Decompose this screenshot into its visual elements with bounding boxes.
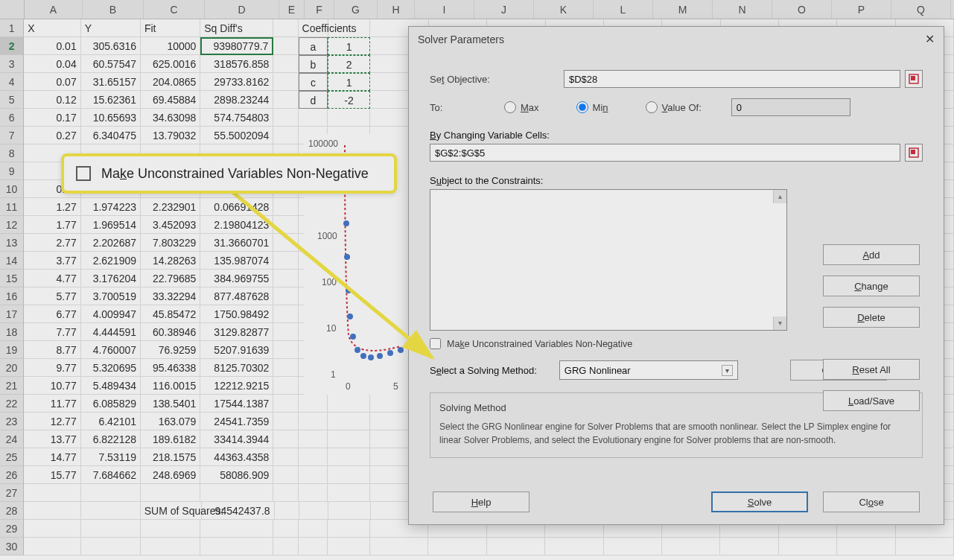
cell[interactable]: 13.77 xyxy=(24,430,80,448)
coef-value[interactable]: -2 xyxy=(328,91,370,109)
cell[interactable] xyxy=(273,19,298,37)
delete-button[interactable]: Delete xyxy=(823,307,920,328)
cell[interactable]: 5.489434 xyxy=(81,377,141,395)
row-header[interactable]: 7 xyxy=(0,127,24,144)
cell[interactable] xyxy=(273,216,298,234)
row-header[interactable]: 24 xyxy=(0,430,24,448)
row-header[interactable]: 29 xyxy=(0,520,24,538)
cell[interactable]: 33.32294 xyxy=(141,287,200,305)
radio-max[interactable]: Max xyxy=(504,101,539,113)
scroll-up-icon[interactable]: ▴ xyxy=(773,190,786,203)
row-header[interactable]: 8 xyxy=(0,144,24,162)
cell[interactable] xyxy=(273,305,298,323)
cell[interactable]: 218.1575 xyxy=(141,448,200,466)
cell[interactable] xyxy=(299,520,328,538)
cell[interactable]: 1.77 xyxy=(24,216,80,234)
col-header-I[interactable]: I xyxy=(415,0,474,19)
row-header[interactable]: 11 xyxy=(0,198,24,216)
cell[interactable]: 7.53119 xyxy=(81,448,141,466)
cell[interactable]: 0.17 xyxy=(24,109,80,127)
cell[interactable] xyxy=(81,538,141,556)
col-header-N[interactable]: N xyxy=(713,0,772,19)
coef-key[interactable]: b xyxy=(299,55,328,73)
row-header[interactable]: 27 xyxy=(0,484,24,502)
checkbox-icon[interactable] xyxy=(430,338,441,349)
cell[interactable]: 10000 xyxy=(141,37,200,55)
row-header[interactable]: 18 xyxy=(0,323,24,341)
value-of-input[interactable] xyxy=(731,98,850,116)
cell[interactable] xyxy=(273,270,298,287)
cell[interactable]: 60.57547 xyxy=(81,55,141,73)
cell[interactable] xyxy=(273,287,298,305)
row-header[interactable]: 14 xyxy=(0,252,24,270)
cell[interactable]: 7.77 xyxy=(24,323,80,341)
cell[interactable]: 2.77 xyxy=(24,234,80,252)
cell[interactable]: 29733.8162 xyxy=(200,73,273,91)
cell[interactable] xyxy=(299,395,328,413)
cell[interactable]: 8125.70302 xyxy=(200,359,273,377)
cell[interactable] xyxy=(299,413,328,430)
cell[interactable] xyxy=(328,448,370,466)
coef-key[interactable]: a xyxy=(299,37,328,55)
cell[interactable]: 0.27 xyxy=(24,127,80,144)
cell[interactable]: 31.3660701 xyxy=(200,234,273,252)
cell[interactable]: 1.974223 xyxy=(81,198,141,216)
add-button[interactable]: Add xyxy=(823,244,920,265)
cell[interactable] xyxy=(328,466,370,484)
cell[interactable]: 11.77 xyxy=(24,395,80,413)
row-header[interactable]: 4 xyxy=(0,73,24,91)
col-header-B[interactable]: B xyxy=(83,0,144,19)
cell[interactable]: 14.77 xyxy=(24,448,80,466)
row-header[interactable]: 10 xyxy=(0,180,24,198)
sum-label[interactable]: SUM of Squares: xyxy=(141,502,202,520)
change-button[interactable]: Change xyxy=(823,276,920,296)
cell[interactable]: 13.79032 xyxy=(141,127,200,144)
row-header[interactable]: 16 xyxy=(0,287,24,305)
col-header-K[interactable]: K xyxy=(534,0,594,19)
col-header-F[interactable]: F xyxy=(305,0,334,19)
row-header[interactable]: 21 xyxy=(0,377,24,395)
col-header-L[interactable]: L xyxy=(594,0,653,19)
cell[interactable]: 204.0865 xyxy=(141,73,200,91)
cell[interactable] xyxy=(81,484,141,502)
cell[interactable]: 34.63098 xyxy=(141,109,200,127)
cell[interactable]: 10.77 xyxy=(24,377,80,395)
cell[interactable] xyxy=(24,502,80,520)
cell[interactable]: 95.46338 xyxy=(141,359,200,377)
col-header-H[interactable]: H xyxy=(378,0,415,19)
cell[interactable] xyxy=(24,538,80,556)
cell[interactable]: 3.452093 xyxy=(141,216,200,234)
table-header[interactable]: Fit xyxy=(141,19,200,37)
cell[interactable]: 1.27 xyxy=(24,198,80,216)
col-header-E[interactable]: E xyxy=(279,0,305,19)
cell[interactable] xyxy=(720,538,778,556)
cell[interactable] xyxy=(273,37,298,55)
table-header[interactable]: X xyxy=(24,19,80,37)
cell[interactable] xyxy=(273,359,298,377)
reset-all-button[interactable]: Reset All xyxy=(823,359,920,380)
cell[interactable]: 7.803229 xyxy=(141,234,200,252)
cell[interactable] xyxy=(328,19,371,37)
cell[interactable]: 15.77 xyxy=(24,466,80,484)
cell[interactable]: 3.176204 xyxy=(81,270,141,287)
select-all-corner[interactable] xyxy=(0,0,25,19)
row-header[interactable]: 1 xyxy=(0,19,24,37)
cell[interactable] xyxy=(328,395,370,413)
cell[interactable]: 14.28263 xyxy=(141,252,200,270)
row-header[interactable]: 25 xyxy=(0,448,24,466)
cell[interactable]: 877.487628 xyxy=(200,287,273,305)
cell[interactable]: 4.444591 xyxy=(81,323,141,341)
cell[interactable]: 318576.858 xyxy=(200,55,273,73)
row-header[interactable]: 12 xyxy=(0,216,24,234)
cell[interactable]: 5207.91639 xyxy=(200,341,273,359)
cell[interactable]: 305.6316 xyxy=(81,37,141,55)
cell[interactable] xyxy=(273,430,298,448)
cell[interactable]: 2898.23244 xyxy=(200,91,273,109)
cell[interactable]: 60.38946 xyxy=(141,323,200,341)
table-header[interactable]: Y xyxy=(81,19,141,37)
cell[interactable] xyxy=(200,538,273,556)
row-header[interactable]: 5 xyxy=(0,91,24,109)
changing-cells-input[interactable] xyxy=(430,144,900,162)
cell[interactable] xyxy=(24,520,80,538)
row-header[interactable]: 19 xyxy=(0,341,24,359)
